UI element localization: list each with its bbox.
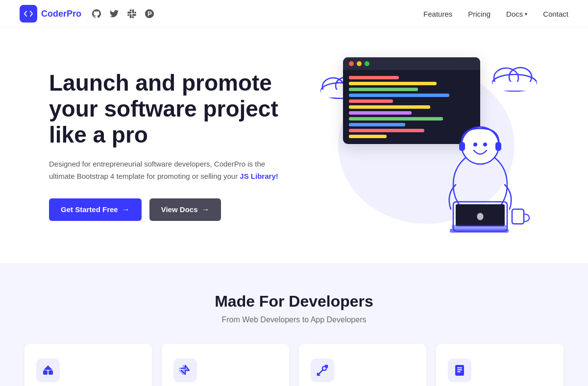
svg-rect-12 xyxy=(459,142,465,151)
hero-illustration xyxy=(304,57,549,234)
logo[interactable]: CoderPro xyxy=(20,5,81,23)
code-line-4 xyxy=(349,94,449,97)
svg-marker-21 xyxy=(44,365,52,370)
svg-rect-20 xyxy=(49,370,53,375)
feature-icon-extendable xyxy=(311,359,334,382)
feature-card-extendable: Extendable List your project's benefit xyxy=(299,344,426,386)
hero-content: Launch and promote your software project… xyxy=(49,70,304,221)
code-line-2 xyxy=(349,82,437,85)
social-icons xyxy=(91,8,155,19)
svg-rect-16 xyxy=(512,209,524,224)
svg-rect-27 xyxy=(457,371,461,372)
feature-card-documented: Fully Documented List your project's ben… xyxy=(436,344,564,386)
hero-title: Launch and promote your software project… xyxy=(49,70,304,148)
code-line-6 xyxy=(349,105,430,109)
features-header: Made For Developers From Web Developers … xyxy=(20,292,568,324)
feature-card-quick: Quick and Simple List your project's ben… xyxy=(24,344,152,386)
illustration-wrapper xyxy=(314,57,539,234)
code-line-11 xyxy=(349,135,387,138)
features-section: Made For Developers From Web Developers … xyxy=(0,263,588,386)
slack-icon[interactable] xyxy=(126,8,137,19)
svg-rect-25 xyxy=(457,367,462,368)
feature-card-fast: Lightening Fast List your project's bene… xyxy=(162,344,289,386)
window-dot-yellow xyxy=(357,61,362,66)
svg-point-11 xyxy=(483,143,487,146)
producthunt-icon[interactable] xyxy=(144,8,155,19)
svg-rect-18 xyxy=(452,225,507,229)
arrow-right-icon-2: → xyxy=(201,205,209,214)
logo-icon xyxy=(20,5,37,23)
get-started-button[interactable]: Get Started Free → xyxy=(49,198,142,221)
code-line-5 xyxy=(349,99,393,103)
hero-buttons: Get Started Free → View Docs → xyxy=(49,198,304,221)
code-line-10 xyxy=(349,129,424,132)
svg-rect-26 xyxy=(457,369,462,370)
github-icon[interactable] xyxy=(91,8,102,19)
svg-rect-17 xyxy=(450,229,509,233)
logo-text: CoderPro xyxy=(41,9,81,19)
nav-docs[interactable]: Docs ▾ xyxy=(506,10,527,18)
hero-section: Launch and promote your software project… xyxy=(0,28,588,263)
view-docs-button[interactable]: View Docs → xyxy=(149,198,221,221)
svg-point-9 xyxy=(462,127,499,164)
developer-figure xyxy=(426,106,534,234)
window-dot-red xyxy=(349,61,354,66)
navbar-left: CoderPro xyxy=(20,5,155,23)
svg-rect-7 xyxy=(492,82,537,91)
svg-point-23 xyxy=(322,366,326,370)
features-subtitle: From Web Developers to App Developers xyxy=(20,315,568,324)
nav-contact[interactable]: Contact xyxy=(543,10,568,18)
navbar-right: Features Pricing Docs ▾ Contact xyxy=(423,10,568,18)
feature-icon-fast xyxy=(173,359,197,382)
code-line-3 xyxy=(349,88,418,91)
code-line-1 xyxy=(349,76,399,79)
navbar: CoderPro xyxy=(0,0,588,28)
svg-rect-19 xyxy=(43,370,48,375)
svg-rect-13 xyxy=(495,142,501,151)
cloud-right-icon xyxy=(490,62,539,92)
nav-features[interactable]: Features xyxy=(423,10,452,18)
chevron-down-icon: ▾ xyxy=(525,11,527,17)
feature-icon-documented xyxy=(448,359,471,382)
svg-point-10 xyxy=(473,143,477,146)
nav-pricing[interactable]: Pricing xyxy=(468,10,490,18)
features-title: Made For Developers xyxy=(20,292,568,311)
features-grid: Quick and Simple List your project's ben… xyxy=(24,344,564,386)
window-dot-green xyxy=(365,61,369,66)
code-line-7 xyxy=(349,111,412,115)
window-titlebar xyxy=(343,57,480,70)
twitter-icon[interactable] xyxy=(109,8,120,19)
code-line-9 xyxy=(349,123,405,126)
arrow-right-icon: → xyxy=(122,205,130,214)
hero-description: Designed for entrepreneurial software de… xyxy=(49,158,284,183)
feature-icon-quick xyxy=(36,359,60,382)
